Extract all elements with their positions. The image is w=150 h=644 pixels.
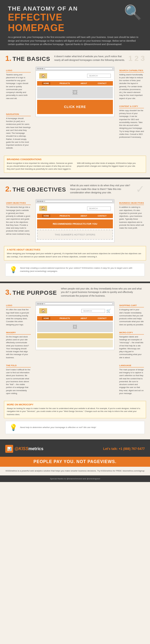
browser-mockup-section3: 🏠 SEARCH 🛒 HOME PRODUCTS ABOUT CONTACT � (36, 302, 114, 397)
business-obj-text: In addition to catering to user objectiv… (119, 206, 144, 229)
section1-header: 1. THE BASICS It doesn't matter what kin… (0, 50, 150, 65)
navigation-annotation: NAVIGATION A homepage should function (i… (4, 112, 33, 151)
browser-addressbar-3 (45, 303, 113, 305)
objectives-note-text: When designing your homepage (and your w… (7, 252, 143, 258)
site-search[interactable]: SEARCH (87, 74, 111, 78)
user-obj-text: The elements that go into a homepage (an… (6, 206, 31, 235)
magnifier-icon: 🔍 (124, 5, 142, 20)
metrics-brand: metrics (28, 446, 43, 451)
nav3-home[interactable]: HOME (42, 317, 50, 320)
s3-logo-annotation: LOGO It's often the case that the logo i… (4, 303, 33, 327)
browser-toolbar-2 (36, 199, 114, 203)
s3-logo-text: It's often the case that the logo itself… (6, 308, 31, 326)
homepage-help-box: 💡 Need help to determine whether your ho… (5, 421, 145, 434)
branding-content: Brand recognition is less important for … (7, 162, 143, 171)
right-annotations: SEARCH CAPABILITIES Adding search functi… (117, 67, 146, 152)
footer-logo-wrapper: 📊 @KISSmetrics (5, 445, 43, 453)
content-annotation-text: While copy shouldn't be the primary focu… (119, 109, 144, 139)
nav-products[interactable]: PRODUCTS (58, 82, 71, 85)
nav-contact[interactable]: CONTACT (96, 82, 108, 85)
language-text: The main purpose of design and imagery i… (119, 368, 144, 395)
site-nav-2: HOME PRODUCTS ABOUT CONTACT (37, 214, 113, 218)
section2-right-annotations: BUSINESS OBJECTIVES In addition to cater… (117, 199, 146, 243)
browser-addressbar-2 (45, 200, 113, 202)
browser-window-3: 🏠 SEARCH 🛒 HOME PRODUCTS ABOUT CONTACT � (36, 302, 114, 350)
section3-left-annotations: LOGO It's often the case that the logo i… (4, 302, 33, 397)
business-objectives-annotation: BUSINESS OBJECTIVES In addition to cater… (117, 200, 146, 231)
browser-dot-y2 (39, 201, 41, 202)
browser-dot-green (42, 68, 43, 69)
language-title: LANGUAGE (119, 364, 144, 367)
site-nav-3: HOME PRODUCTS ABOUT CONTACT (37, 316, 113, 321)
search-annotation-title: SEARCH CAPABILITIES (119, 69, 144, 72)
footer-tagline: PEOPLE PAY YOU. NOT PAGEVIEWS. (0, 457, 150, 467)
microcopy-text: Navigation labels and headings are examp… (119, 335, 144, 359)
language-annotation: LANGUAGE The main purpose of design and … (117, 363, 146, 396)
section3-header: 3. THE PURPOSE When people visit your si… (0, 283, 150, 301)
imagery-title: IMAGERY (6, 331, 31, 335)
objectives-note-title: A NOTE ABOUT OBJECTIVES (7, 248, 143, 251)
section-purpose: 3. THE PURPOSE When people visit your si… (0, 283, 150, 439)
footer-description: KISSmetrics is a powerful web analytics … (0, 467, 150, 475)
logo-annotation-text: Tasteful sizing and placement of a logo … (6, 73, 31, 100)
section1-number: 1. (5, 54, 11, 62)
search-annotation: SEARCH CAPABILITIES Adding search functi… (117, 68, 146, 101)
content-annotation: CONTENT & COPY While copy shouldn't be t… (117, 104, 146, 140)
section-objectives: 2. THE OBJECTIVES What do you want visit… (0, 179, 150, 282)
navigation-annotation-text: A homepage should function (in part) as … (6, 117, 31, 150)
section3-title: THE PURPOSE (13, 289, 57, 296)
section3-number: 3. (5, 288, 11, 296)
section1-content: LOGO Tasteful sizing and placement of a … (0, 65, 150, 154)
browser-body-2: 🏠 SEARCH HOME PRODUCTS ABOUT CONTACT REC… (36, 203, 114, 242)
site-search-2[interactable]: SEARCH (87, 207, 111, 210)
user-obj-title: USER OBJECTIVES (6, 202, 31, 205)
nav3-about[interactable]: ABOUT (79, 317, 88, 320)
site-logo: 🏠 (39, 73, 47, 78)
section2-left-annotations: USER OBJECTIVES The elements that go int… (4, 199, 33, 243)
search-annotation-text: Adding search functionality to your site… (119, 73, 144, 100)
nav-about[interactable]: ABOUT (79, 82, 88, 85)
fold-title: THE FOLD (6, 364, 31, 367)
browser-addressbar (45, 68, 113, 70)
header-line2: EFFECTIVE HOMEPAGE (8, 12, 121, 33)
imagery-annotation: IMAGERY Do the images and stock photos u… (4, 330, 33, 360)
help-box: 💡 Need help creating a custom-tailored e… (5, 263, 145, 276)
header-subtitle: As a general rule, your homepage is the … (8, 36, 142, 46)
nav2-home[interactable]: HOME (42, 214, 50, 217)
header-line1: THE ANATOMY OF AN (8, 5, 121, 12)
section2-header: 2. THE OBJECTIVES What do you want visit… (0, 179, 150, 198)
microcopy-annotation: MICRO-COPY Navigation labels and heading… (117, 330, 146, 360)
browser-dot-y3 (39, 303, 41, 304)
homepage-help-icon: 💡 (9, 424, 17, 431)
footer-logo-text: @KISSmetrics (14, 446, 43, 451)
microcopy-note: MORE ON MICROCOPY Always be looking for … (4, 401, 146, 418)
nav2-about[interactable]: ABOUT (79, 214, 88, 217)
click-here-button[interactable]: CLICK HERE (37, 100, 113, 114)
nav-home[interactable]: HOME (42, 82, 50, 85)
logo-annotation-title: LOGO (6, 69, 31, 72)
section3-description: When people visit your site, do they imm… (61, 287, 145, 298)
footer-dark: 📊 @KISSmetrics Let's talk: +1 (888) 767-… (0, 441, 150, 457)
nav3-contact[interactable]: CONTACT (96, 317, 108, 320)
nav2-products[interactable]: PRODUCTS (58, 214, 71, 217)
browser-window-2: 🏠 SEARCH HOME PRODUCTS ABOUT CONTACT REC… (36, 199, 114, 243)
logo-annotation: LOGO Tasteful sizing and placement of a … (4, 68, 33, 101)
s3-image-placeholder: 🖼 (37, 322, 113, 332)
site-header-2: 🏠 SEARCH (37, 205, 113, 212)
objectives-note: A NOTE ABOUT OBJECTIVES When designing y… (4, 246, 146, 260)
microcopy-note-title: MORE ON MICROCOPY (7, 403, 143, 406)
section2-number: 2. (5, 185, 11, 193)
hero-image-placeholder: 🖼 (37, 87, 113, 99)
section1-description: It doesn't matter what kind of website y… (54, 55, 127, 62)
nav3-products[interactable]: PRODUCTS (58, 317, 71, 320)
browser-toolbar-3 (36, 302, 114, 306)
recommended-products: RECOMMENDED PRODUCTS FOR YOU (37, 219, 113, 228)
site-search-3[interactable]: SEARCH (81, 309, 105, 313)
site-header-3: 🏠 SEARCH 🛒 (37, 307, 113, 315)
nav2-contact[interactable]: CONTACT (96, 214, 108, 217)
s3-content-block (37, 340, 113, 347)
branding-text-left: Brand recognition is less important for … (7, 162, 73, 171)
site-logo-2: 🏠 (39, 206, 47, 211)
summer-offers: THIS SUMMER'S HOTTEST OFFERS (37, 230, 113, 240)
microcopy-title: MICRO-COPY (119, 331, 144, 335)
